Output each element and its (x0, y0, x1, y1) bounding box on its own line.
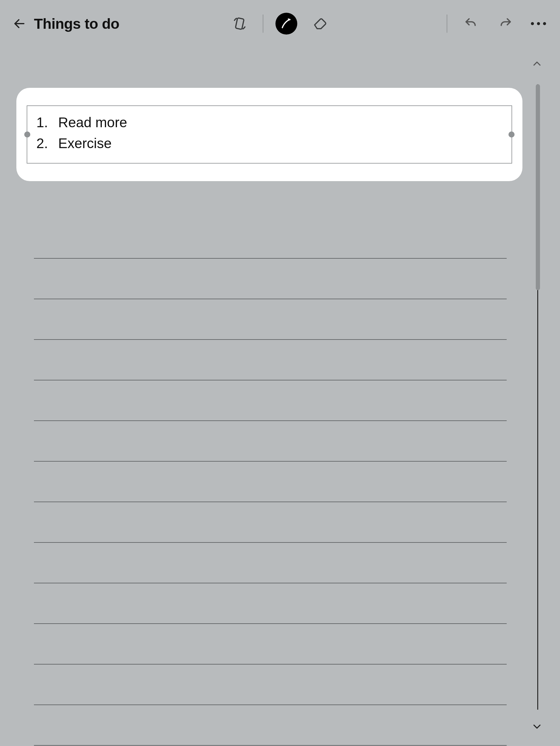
back-button[interactable] (12, 16, 27, 31)
rule-line (34, 624, 507, 664)
page-title: Things to do (34, 16, 119, 32)
separator (447, 15, 447, 33)
toolbar-right (447, 13, 548, 34)
rule-line (34, 705, 507, 746)
scroll-up-button[interactable] (531, 58, 543, 71)
toolbar: Things to do (0, 0, 560, 47)
scroll-down-button[interactable] (531, 721, 543, 734)
svg-rect-1 (235, 18, 244, 29)
rule-line (34, 664, 507, 705)
eraser-icon (313, 16, 328, 31)
rule-line (34, 502, 507, 543)
list-text: Exercise (58, 133, 112, 154)
list-item: 2. Exercise (36, 133, 502, 154)
dot-icon (543, 22, 546, 25)
rule-line (34, 543, 507, 583)
list-number: 1. (36, 112, 50, 133)
separator (263, 15, 263, 33)
dot-icon (531, 22, 534, 25)
scrollbar-thumb[interactable] (536, 84, 540, 290)
ruled-lines-area[interactable] (34, 218, 507, 746)
rule-line (34, 218, 507, 259)
chevron-up-icon (531, 58, 543, 70)
text-selection-box[interactable]: 1. Read more 2. Exercise (27, 106, 512, 164)
toolbar-left: Things to do (12, 16, 119, 32)
pen-icon (280, 18, 292, 30)
rule-line (34, 421, 507, 462)
selection-handle-right[interactable] (508, 132, 514, 138)
eraser-tool-button[interactable] (309, 13, 331, 34)
text-card: 1. Read more 2. Exercise (17, 88, 523, 181)
dot-icon (537, 22, 540, 25)
arrow-left-icon (13, 17, 26, 30)
redo-icon (498, 16, 513, 31)
more-menu-button[interactable] (529, 16, 548, 31)
list-item: 1. Read more (36, 112, 502, 133)
rule-line (34, 462, 507, 502)
chevron-down-icon (531, 721, 543, 733)
list-text: Read more (58, 112, 127, 133)
undo-button[interactable] (460, 13, 482, 34)
rule-line (34, 340, 507, 380)
redo-button[interactable] (495, 13, 516, 34)
rule-line (34, 583, 507, 624)
toolbar-center (229, 13, 331, 34)
rule-line (34, 299, 507, 340)
list-number: 2. (36, 133, 50, 154)
rule-line (34, 380, 507, 421)
rule-line (34, 259, 507, 299)
rotate-tool-button[interactable] (229, 13, 251, 34)
selection-handle-left[interactable] (24, 132, 30, 138)
rotate-icon (232, 16, 248, 31)
undo-icon (464, 16, 478, 31)
pen-tool-button[interactable] (276, 13, 297, 34)
